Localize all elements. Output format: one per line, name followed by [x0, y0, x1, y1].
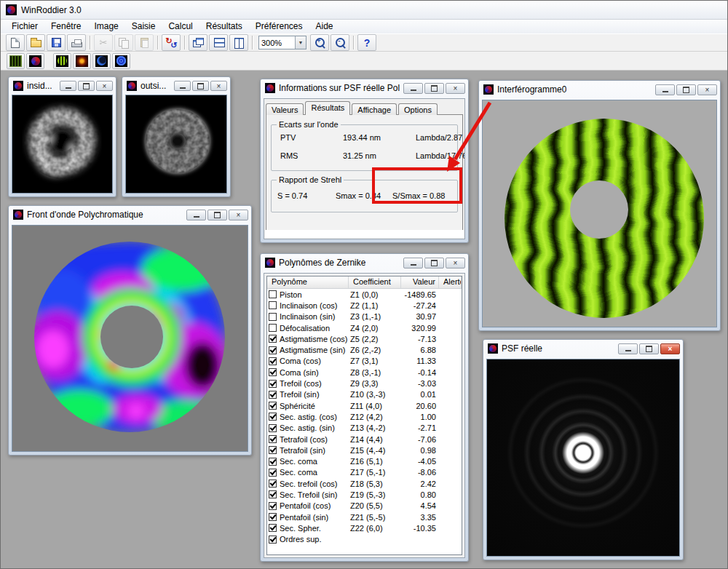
tab-options[interactable]: Options — [398, 103, 438, 115]
row-checkbox[interactable] — [269, 469, 277, 477]
tile-vertical-button[interactable] — [229, 34, 248, 51]
refresh-button[interactable] — [162, 34, 181, 51]
tab-resultats[interactable]: Résultats — [305, 101, 350, 115]
zoom-in-button[interactable]: + — [310, 34, 329, 51]
minimize-button[interactable] — [186, 210, 206, 220]
help-button[interactable]: ? — [357, 34, 376, 51]
row-checkbox[interactable] — [269, 313, 277, 321]
window-zernike[interactable]: Polynômes de Zernike × Polynôme Coeffici… — [260, 253, 469, 562]
interferogram-strip-button[interactable] — [7, 53, 25, 69]
window-inside-focus[interactable]: insid... × — [8, 76, 116, 197]
table-row[interactable]: Ordres sup. — [267, 534, 462, 545]
row-checkbox[interactable] — [269, 536, 277, 544]
menu-item-calcul[interactable]: Calcul — [162, 20, 199, 33]
maximize-button[interactable] — [424, 258, 444, 268]
column-header-coefficient[interactable]: Coefficient — [349, 276, 401, 288]
row-checkbox[interactable] — [269, 368, 277, 376]
row-checkbox[interactable] — [269, 357, 277, 365]
table-row[interactable]: Sec. comaZ16 (5,1)-4.05 — [267, 455, 462, 466]
table-row[interactable]: Tetrafoil (sin)Z15 (4,-4)0.98 — [267, 445, 462, 455]
table-row[interactable]: Astigmatisme (cos)Z5 (2,2)-7.13 — [267, 333, 462, 344]
table-row[interactable]: Sec. Spher.Z22 (6,0)-10.35 — [267, 522, 462, 533]
minimize-button[interactable] — [618, 343, 638, 354]
winroddier-logo-button[interactable] — [26, 53, 44, 69]
table-row[interactable]: Pentafoil (cos)Z20 (5,5)4.54 — [267, 501, 462, 512]
new-button[interactable] — [6, 34, 25, 51]
paste-button[interactable] — [135, 34, 154, 51]
close-button[interactable]: × — [697, 84, 717, 95]
close-button[interactable]: × — [210, 81, 227, 91]
table-row[interactable]: SphéricitéZ11 (4,0)20.60 — [267, 400, 462, 411]
row-checkbox[interactable] — [269, 502, 277, 510]
save-button[interactable] — [47, 34, 66, 51]
window-titlebar[interactable]: Informations sur PSF réelle Polychro... … — [261, 79, 468, 97]
window-titlebar[interactable]: Front d'onde Polychromatique × — [9, 206, 251, 223]
menu-item-resultats[interactable]: Résultats — [199, 20, 249, 33]
tab-affichage[interactable]: Affichage — [352, 103, 397, 115]
cascade-button[interactable] — [189, 34, 207, 51]
table-row[interactable]: Coma (sin)Z8 (3,-1)-0.14 — [267, 367, 462, 378]
row-checkbox[interactable] — [269, 391, 277, 399]
table-row[interactable]: Sec. Trefoil (sin)Z19 (5,-3)0.80 — [267, 489, 462, 500]
minimize-button[interactable] — [174, 81, 191, 91]
row-checkbox[interactable] — [269, 524, 277, 532]
psf-button[interactable] — [73, 53, 91, 69]
combobox-dropdown-button[interactable]: ▼ — [295, 36, 306, 49]
maximize-button[interactable] — [192, 81, 209, 91]
table-row[interactable]: Pentafoil (sin)Z21 (5,-5)3.35 — [267, 512, 462, 522]
minimize-button[interactable] — [60, 81, 76, 91]
row-checkbox[interactable] — [269, 513, 277, 521]
table-row[interactable]: DéfocalisationZ4 (2,0)320.99 — [267, 322, 462, 333]
column-header-polynome[interactable]: Polynôme — [267, 276, 349, 288]
row-checkbox[interactable] — [269, 301, 277, 309]
menu-item-saisie[interactable]: Saisie — [125, 20, 162, 33]
menu-item-preferences[interactable]: Préférences — [249, 20, 309, 33]
window-titlebar[interactable]: Polynômes de Zernike × — [261, 254, 468, 271]
table-row[interactable]: Trefoil (sin)Z10 (3,-3)0.01 — [267, 389, 462, 400]
table-row[interactable]: Tetrafoil (cos)Z14 (4,4)-7.06 — [267, 434, 462, 445]
row-checkbox[interactable] — [269, 402, 277, 410]
zoom-level-combobox[interactable]: 300% ▼ — [258, 36, 306, 49]
menu-item-aide[interactable]: Aide — [309, 20, 340, 33]
close-button[interactable]: × — [446, 258, 465, 268]
window-psf-informations[interactable]: Informations sur PSF réelle Polychro... … — [260, 79, 469, 243]
row-checkbox[interactable] — [269, 480, 277, 488]
row-checkbox[interactable] — [269, 335, 277, 343]
window-titlebar[interactable]: PSF réelle × — [483, 340, 683, 357]
table-row[interactable]: Sec. comaZ17 (5,-1)-8.06 — [267, 467, 462, 478]
window-titlebar[interactable]: Interférogramme0 × — [479, 81, 720, 98]
table-row[interactable]: Sec. astig. (cos)Z12 (4,2)1.00 — [267, 411, 462, 422]
maximize-button[interactable] — [639, 343, 659, 354]
maximize-button[interactable] — [424, 83, 444, 94]
close-button[interactable]: × — [96, 81, 113, 91]
row-checkbox[interactable] — [269, 424, 277, 432]
table-row[interactable]: Sec. trefoil (cos)Z18 (5,3)2.42 — [267, 478, 462, 489]
row-checkbox[interactable] — [269, 446, 277, 454]
row-checkbox[interactable] — [269, 380, 277, 388]
maximize-button[interactable] — [78, 81, 95, 91]
close-button[interactable]: × — [660, 343, 680, 354]
print-button[interactable] — [67, 34, 86, 51]
minimize-button[interactable] — [403, 258, 423, 268]
table-row[interactable]: Sec. astig. (sin)Z13 (4,-2)-2.71 — [267, 423, 462, 434]
maximize-button[interactable] — [207, 210, 227, 220]
column-header-valeur[interactable]: Valeur — [401, 276, 439, 288]
window-titlebar[interactable]: insid... × — [9, 77, 116, 95]
window-psf-reelle[interactable]: PSF réelle × — [483, 339, 684, 560]
row-checkbox[interactable] — [269, 490, 277, 498]
table-row[interactable]: Coma (cos)Z7 (3,1)11.33 — [267, 356, 462, 367]
zernike-table-header[interactable]: Polynôme Coefficient Valeur Alerte — [267, 276, 462, 289]
tab-valeurs[interactable]: Valeurs — [266, 103, 304, 115]
row-checkbox[interactable] — [269, 346, 277, 354]
table-row[interactable]: Inclinaison (cos)Z2 (1,1)-27.24 — [267, 300, 462, 311]
interferogram-circle-button[interactable] — [53, 53, 71, 69]
window-titlebar[interactable]: outsi... × — [122, 77, 230, 95]
menu-item-fenetre[interactable]: Fenêtre — [44, 20, 87, 33]
pupil-button[interactable] — [92, 53, 111, 69]
column-header-alerte[interactable]: Alerte — [439, 276, 462, 288]
minimize-button[interactable] — [403, 83, 423, 94]
zernike-button[interactable] — [112, 53, 130, 69]
table-row[interactable]: Trefoil (cos)Z9 (3,3)-3.03 — [267, 378, 462, 389]
menu-item-fichier[interactable]: Fichier — [5, 20, 44, 33]
minimize-button[interactable] — [655, 84, 675, 95]
